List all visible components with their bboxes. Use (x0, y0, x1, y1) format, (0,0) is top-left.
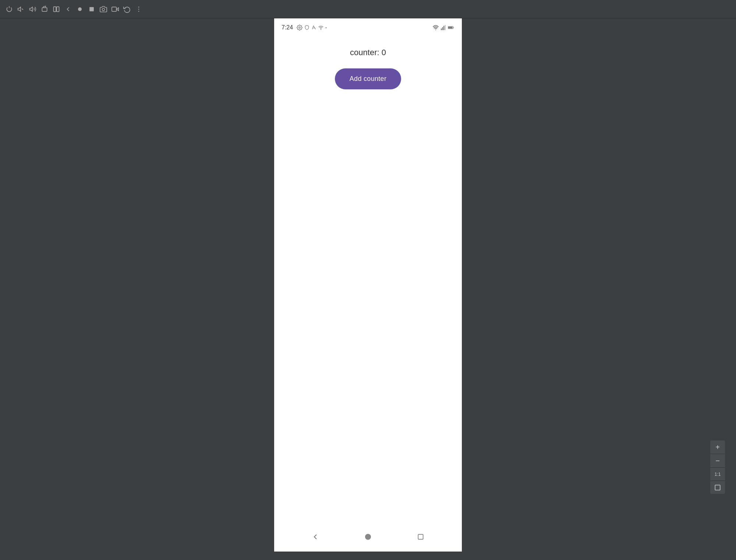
svg-rect-20 (443, 26, 444, 30)
svg-rect-3 (42, 7, 47, 11)
svg-point-24 (365, 534, 371, 540)
nav-home-button[interactable] (361, 529, 375, 544)
nav-bar (274, 522, 462, 552)
svg-point-12 (138, 8, 139, 10)
status-bar: 7:24 (274, 18, 462, 37)
status-left: 7:24 (282, 24, 327, 31)
rotate-landscape-icon[interactable] (40, 4, 49, 14)
svg-marker-2 (30, 7, 33, 11)
signal-wifi-icon (432, 25, 439, 30)
phone-emulator: 7:24 (274, 18, 462, 552)
volume-down-icon[interactable] (16, 4, 26, 14)
svg-rect-21 (445, 25, 446, 30)
shield-status-icon (304, 25, 309, 30)
replay-icon[interactable] (122, 4, 132, 14)
zoom-square-icon[interactable] (710, 481, 725, 494)
battery-icon (448, 25, 454, 30)
svg-rect-25 (418, 534, 423, 539)
nav-back-button[interactable] (308, 529, 323, 544)
more-options-icon[interactable] (134, 4, 144, 14)
svg-rect-18 (441, 28, 442, 30)
svg-point-16 (321, 29, 321, 29)
svg-marker-9 (116, 7, 118, 10)
svg-point-6 (78, 7, 82, 11)
status-system-icons: • (297, 25, 327, 31)
volume-up-icon[interactable] (28, 4, 38, 14)
back-nav-icon[interactable] (63, 4, 73, 14)
svg-point-17 (435, 29, 436, 30)
nav-recents-button[interactable] (413, 529, 428, 544)
status-right-icons (432, 25, 454, 30)
svg-rect-26 (715, 485, 720, 490)
zoom-out-button[interactable]: − (710, 454, 725, 467)
zoom-ratio-label[interactable]: 1:1 (710, 467, 725, 481)
svg-marker-0 (18, 7, 21, 11)
svg-rect-23 (448, 26, 453, 28)
signal-bars-icon (441, 25, 446, 30)
svg-rect-10 (112, 7, 117, 11)
status-time: 7:24 (282, 24, 293, 31)
status-dot: • (325, 26, 327, 30)
add-counter-button[interactable]: Add counter (335, 68, 401, 89)
power-icon[interactable] (4, 4, 14, 14)
app-content: counter: 0 Add counter (274, 37, 462, 522)
counter-display: counter: 0 (350, 48, 386, 57)
svg-rect-7 (89, 7, 94, 11)
svg-line-1 (22, 8, 23, 10)
zoom-in-button[interactable]: + (710, 440, 725, 454)
svg-rect-5 (57, 7, 59, 11)
svg-point-8 (102, 8, 105, 11)
zoom-controls: + − 1:1 (710, 440, 725, 494)
camera-icon[interactable] (99, 4, 108, 14)
record-dot-icon[interactable] (75, 4, 85, 14)
toolbar (0, 0, 736, 18)
video-icon[interactable] (110, 4, 120, 14)
svg-point-13 (138, 11, 139, 12)
font-status-icon (311, 25, 316, 30)
svg-point-14 (299, 27, 300, 28)
screen-fold-icon[interactable] (52, 4, 61, 14)
svg-rect-19 (442, 27, 443, 30)
svg-rect-4 (54, 7, 56, 11)
stop-square-icon[interactable] (87, 4, 96, 14)
settings-status-icon (297, 25, 302, 31)
svg-point-11 (138, 6, 139, 7)
wifi-status-icon (318, 25, 323, 30)
